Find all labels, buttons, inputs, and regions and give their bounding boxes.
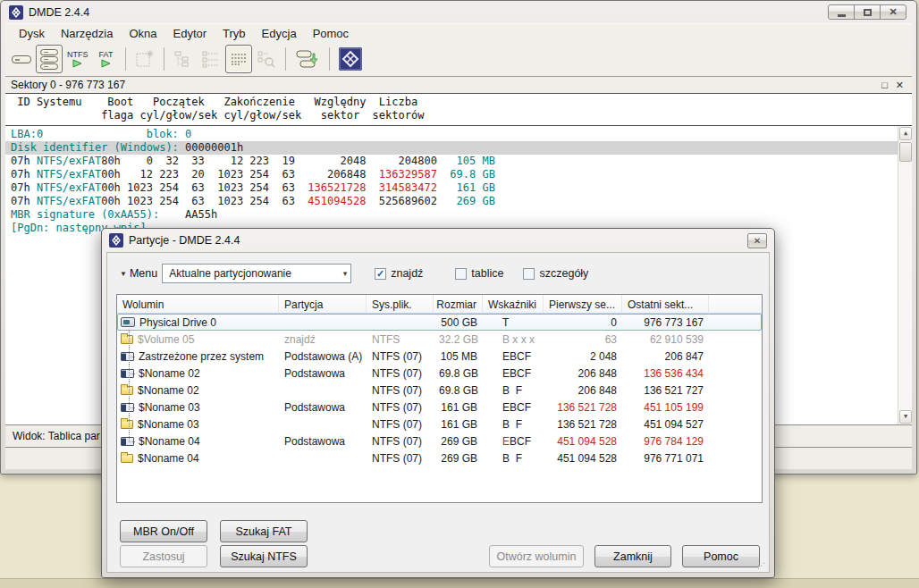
ntfs-label: NTFS xyxy=(67,50,89,59)
partition-row[interactable]: Physical Drive 0500 GBT0976 773 167 xyxy=(117,314,762,331)
checkbox-label: znajdź xyxy=(391,267,423,280)
new-sparkle-icon xyxy=(135,49,155,69)
partition-row[interactable]: $Noname 04PodstawowaNTFS (07)269 GBEBCF4… xyxy=(117,433,762,449)
column-header-partycja[interactable]: Partycja xyxy=(279,295,367,314)
folder-icon xyxy=(121,335,133,344)
search-list-icon xyxy=(257,50,276,68)
menu-item-pomoc[interactable]: Pomoc xyxy=(305,25,357,42)
search-results-button-disabled xyxy=(253,45,280,73)
checkbox-unchecked-icon[interactable] xyxy=(523,268,535,280)
dialog-menu-button[interactable]: ▼ Menu xyxy=(120,267,157,280)
checkbox-tablice[interactable]: tablice xyxy=(455,267,503,280)
partition-row[interactable]: $Noname 03NTFS (07)161 GBB F136 521 7284… xyxy=(117,416,762,433)
apply-button: Zastosuj xyxy=(120,545,207,567)
menu-item-edytor[interactable]: Edytor xyxy=(165,25,215,42)
checkbox-unchecked-icon[interactable] xyxy=(455,268,467,280)
new-volume-button-disabled xyxy=(131,45,158,73)
sector-table-row[interactable]: LBA:0 blok: 0 xyxy=(5,128,912,141)
fat-label: FAT xyxy=(99,50,114,59)
column-header-sysplik[interactable]: Sys.plik. xyxy=(367,295,434,314)
search-fat-button[interactable]: Szukaj FAT xyxy=(220,520,308,542)
chevron-down-icon: ▾ xyxy=(343,269,348,278)
partitions-table-body: Physical Drive 0500 GBT0976 773 167$Volu… xyxy=(117,314,762,466)
partition-row[interactable]: $Noname 03PodstawowaNTFS (07)161 GBEBCF1… xyxy=(117,399,762,416)
partitions-view-button[interactable] xyxy=(36,45,63,73)
scrollbar-thumb[interactable] xyxy=(899,142,912,162)
checkbox-label: tablice xyxy=(471,267,503,280)
partitioning-select[interactable]: Aktualne partycjonowanie ▾ xyxy=(162,264,351,283)
checkbox-szczegóły[interactable]: szczegóły xyxy=(523,267,588,280)
partitions-table-header[interactable]: WoluminPartycjaSys.plik.RozmiarWskaźniki… xyxy=(117,295,762,314)
sector-table-row[interactable]: 07h NTFS/exFAT00h 1023 254 63 1023 254 6… xyxy=(5,181,912,195)
table-view-button[interactable] xyxy=(225,45,252,73)
menu-item-okna[interactable]: Okna xyxy=(121,25,164,42)
close-icon: ✕ xyxy=(889,7,897,17)
dmde-logo-icon xyxy=(109,233,123,248)
partition-row[interactable]: $Noname 02NTFS (07)69.8 GBB F206 848136 … xyxy=(117,382,762,399)
close-icon: ✕ xyxy=(754,236,761,246)
list-view-button-disabled xyxy=(198,45,224,73)
sector-panel-titlebar: Sektory 0 - 976 773 167 □ ✕ xyxy=(5,76,912,93)
sector-table-header: ID Systemu Boot Początek Zakończenie Wzg… xyxy=(5,94,912,126)
checkbox-znajdź[interactable]: ✓znajdź xyxy=(375,267,423,280)
mbr-on-off-button[interactable]: MBR On/Off xyxy=(120,520,207,542)
sector-table-row[interactable]: 07h NTFS/exFAT00h 12 223 20 1023 254 63 … xyxy=(5,168,912,181)
partition-row[interactable]: $Noname 04NTFS (07)269 GBB F451 094 5289… xyxy=(117,449,762,466)
menu-item-edycja[interactable]: Edycja xyxy=(254,25,305,42)
dialog-title: Partycje - DMDE 2.4.4 xyxy=(129,234,240,247)
menubar: DyskNarzędziaOknaEdytorTrybEdycjaPomoc xyxy=(5,23,912,42)
partition-row[interactable]: $Volume 05znajdźNTFS32.2 GBB x x x6362 9… xyxy=(117,331,762,348)
menu-item-dysk[interactable]: Dysk xyxy=(11,25,53,42)
dialog-close-button[interactable]: ✕ xyxy=(747,233,767,248)
menu-item-narzędzia[interactable]: Narzędzia xyxy=(53,25,122,42)
panel-maximize-icon[interactable]: □ xyxy=(881,80,888,91)
open-in-new-window-button[interactable] xyxy=(291,45,324,73)
checkbox-label: szczegóły xyxy=(539,267,588,280)
toolbar-separator xyxy=(329,47,330,71)
sector-panel-title: Sektory 0 - 976 773 167 xyxy=(11,79,125,91)
status-text: Widok: Tablica par xyxy=(13,430,100,442)
tree-view-button-disabled xyxy=(170,45,197,73)
column-header-wskaniki[interactable]: Wskaźniki xyxy=(483,295,544,314)
main-titlebar[interactable]: DMDE 2.4.4 ✕ xyxy=(5,1,912,23)
sector-table-row[interactable]: Disk identifier (Windows): 00000001h xyxy=(5,141,912,155)
menu-arrow-icon: ▼ xyxy=(120,270,127,278)
search-ntfs-toolbar-button[interactable]: NTFS xyxy=(63,45,92,73)
dialog-titlebar[interactable]: Partycje - DMDE 2.4.4 ✕ xyxy=(106,229,770,252)
toolbar: NTFS FAT xyxy=(5,42,912,76)
maximize-icon xyxy=(864,9,872,16)
panel-close-icon[interactable]: ✕ xyxy=(896,80,904,91)
menu-item-tryb[interactable]: Tryb xyxy=(215,25,254,42)
partition-row[interactable]: Zastrzeżone przez systemPodstawowa (A)NT… xyxy=(117,348,762,365)
scroll-up-button[interactable]: ▲ xyxy=(899,127,912,140)
drive-icon xyxy=(121,369,134,378)
column-header-ostatnisekt[interactable]: Ostatni sekt... xyxy=(622,295,709,314)
column-header-rozmiar[interactable]: Rozmiar xyxy=(434,295,483,314)
close-dialog-button[interactable]: Zamknij xyxy=(594,545,671,567)
checkbox-checked-icon[interactable]: ✓ xyxy=(375,268,386,280)
search-ntfs-button[interactable]: Szukaj NTFS xyxy=(220,545,308,567)
scroll-down-button[interactable]: ▼ xyxy=(899,410,912,424)
resize-grip[interactable]: ⋰ xyxy=(757,561,766,570)
column-header-wolumin[interactable]: Wolumin xyxy=(117,295,279,314)
dmde-logo-icon xyxy=(339,47,362,71)
vertical-scrollbar[interactable]: ▲ ▼ xyxy=(898,126,912,424)
dmde-logo-button[interactable] xyxy=(335,45,366,73)
close-button[interactable]: ✕ xyxy=(880,4,906,20)
help-button[interactable]: Pomoc xyxy=(682,545,760,567)
sector-table-row[interactable]: MBR signature (0xAA55): AA55h xyxy=(5,208,912,222)
sector-table-row[interactable]: 07h NTFS/exFAT80h 0 32 33 12 223 19 2048… xyxy=(5,155,912,168)
partitioning-select-value: Aktualne partycjonowanie xyxy=(169,267,291,280)
desktop-taskbar-strip xyxy=(0,578,919,588)
partition-row[interactable]: $Noname 02PodstawowaNTFS (07)69.8 GBEBCF… xyxy=(117,365,762,382)
drive-icon xyxy=(121,403,134,412)
column-header-pierwszyse[interactable]: Pierwszy se... xyxy=(544,295,622,314)
folder-icon xyxy=(121,386,133,395)
search-fat-toolbar-button[interactable]: FAT xyxy=(93,45,120,73)
sector-table-row[interactable]: 07h NTFS/exFAT00h 1023 254 63 1023 254 6… xyxy=(5,195,912,208)
minimize-button[interactable] xyxy=(828,4,855,20)
maximize-button[interactable] xyxy=(854,4,881,20)
disk-view-button[interactable] xyxy=(8,45,35,73)
partitions-icon xyxy=(40,49,58,70)
tree-icon xyxy=(173,50,193,68)
